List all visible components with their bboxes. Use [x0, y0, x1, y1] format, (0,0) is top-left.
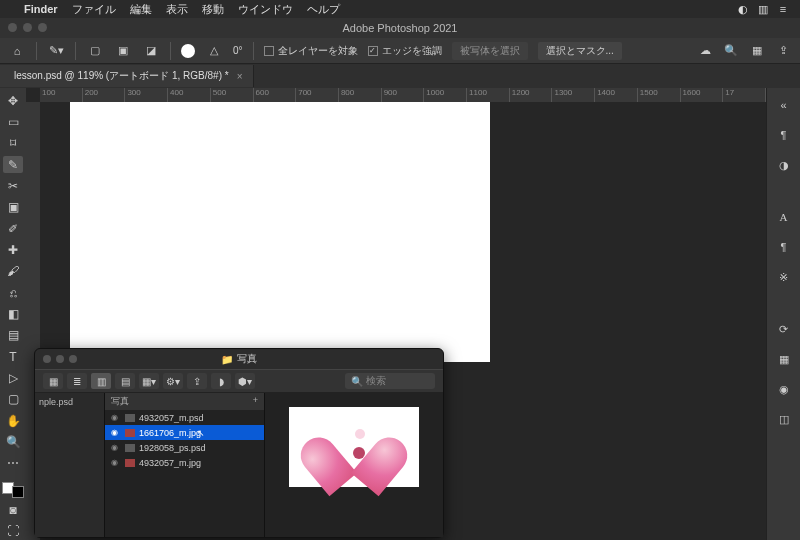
view-columns[interactable]: ▥ — [91, 373, 111, 389]
search-placeholder: 検索 — [366, 374, 386, 388]
tags-button[interactable]: ◗ — [211, 373, 231, 389]
all-layers-checkbox[interactable]: 全レイヤーを対象 — [264, 44, 358, 58]
brush-swatch[interactable] — [181, 44, 195, 58]
angle-icon[interactable]: △ — [205, 42, 223, 60]
finder-window[interactable]: 📁 写真 ▦ ≣ ▥ ▤ ▦▾ ⚙▾ ⇪ ◗ ⬢▾ 🔍 検索 nple.psd … — [34, 348, 444, 538]
home-icon[interactable]: ⌂ — [8, 42, 26, 60]
traffic-lights[interactable] — [8, 23, 47, 32]
select-subject-button[interactable]: 被写体を選択 — [452, 42, 528, 60]
ruler-horizontal: 1002003004005006007008009001000110012001… — [40, 88, 766, 102]
add-icon[interactable]: + — [253, 395, 258, 408]
crop-tool[interactable]: ✂ — [3, 177, 23, 194]
column-header[interactable]: 写真+ — [105, 393, 264, 410]
eraser-tool[interactable]: ◧ — [3, 305, 23, 322]
tab-label: lesson.psd @ 119% (アートボード 1, RGB/8#) * — [14, 69, 229, 83]
preview-thumbnail[interactable] — [289, 407, 419, 487]
marquee-tool[interactable]: ▭ — [3, 113, 23, 130]
group-button[interactable]: ▦▾ — [139, 373, 159, 389]
finder-traffic-lights[interactable] — [43, 355, 77, 363]
view-list[interactable]: ≣ — [67, 373, 87, 389]
status-icon-2[interactable]: ▥ — [756, 2, 770, 16]
menu-file[interactable]: ファイル — [72, 2, 116, 17]
macos-menubar: Finder ファイル 編集 表示 移動 ウインドウ ヘルプ ◐ ▥ ≡ — [0, 0, 800, 18]
finder-search[interactable]: 🔍 検索 — [345, 373, 435, 389]
quick-select-tool[interactable]: ✎ — [3, 156, 23, 173]
finder-preview — [265, 393, 443, 537]
sidebar-item[interactable]: nple.psd — [39, 397, 100, 407]
brush-tool[interactable]: 🖌 — [3, 263, 23, 280]
status-icon-3[interactable]: ≡ — [776, 2, 790, 16]
file-row[interactable]: ◉4932057_m.psd — [105, 410, 264, 425]
add-selection-icon[interactable]: ▢ — [86, 42, 104, 60]
document-tabbar: lesson.psd @ 119% (アートボード 1, RGB/8#) * × — [0, 64, 800, 88]
paragraph-icon[interactable]: ¶ — [773, 236, 795, 258]
properties-icon[interactable]: ◑ — [773, 154, 795, 176]
share-icon[interactable]: ⇪ — [774, 42, 792, 60]
file-row[interactable]: ◉1928058_ps.psd — [105, 440, 264, 455]
more-tools[interactable]: ⋯ — [3, 455, 23, 472]
menu-edit[interactable]: 編集 — [130, 2, 152, 17]
adjustments-icon[interactable]: ⟳ — [773, 318, 795, 340]
panel-collapse-icon[interactable]: « — [773, 94, 795, 116]
menu-help[interactable]: ヘルプ — [307, 2, 340, 17]
eyedropper-tool[interactable]: ✐ — [3, 220, 23, 237]
file-row[interactable]: ◉1661706_m.jpg↖ — [105, 425, 264, 440]
color-swap[interactable] — [2, 482, 24, 498]
share-button[interactable]: ⇪ — [187, 373, 207, 389]
subtract-selection-icon[interactable]: ▣ — [114, 42, 132, 60]
workspace-icon[interactable]: ▦ — [748, 42, 766, 60]
select-and-mask-button[interactable]: 選択とマスク... — [538, 42, 622, 60]
finder-folder-icon: 📁 — [221, 354, 233, 365]
finder-title: 写真 — [237, 352, 257, 366]
search-icon: 🔍 — [351, 376, 363, 387]
dropbox-button[interactable]: ⬢▾ — [235, 373, 255, 389]
intersect-selection-icon[interactable]: ◪ — [142, 42, 160, 60]
finder-titlebar[interactable]: 📁 写真 — [35, 349, 443, 369]
libraries-icon[interactable]: ¶ — [773, 124, 795, 146]
options-bar: ⌂ ✎▾ ▢ ▣ ◪ △ 0° 全レイヤーを対象 エッジを強調 被写体を選択 選… — [0, 38, 800, 64]
lasso-tool[interactable]: ⌑ — [3, 135, 23, 152]
cursor-icon: ↖ — [197, 428, 205, 438]
shape-tool[interactable]: ▢ — [3, 391, 23, 408]
file-row[interactable]: ◉4932057_m.jpg — [105, 455, 264, 470]
menu-window[interactable]: ウインドウ — [238, 2, 293, 17]
close-tab-icon[interactable]: × — [237, 71, 243, 82]
tools-panel: ✥ ▭ ⌑ ✎ ✂ ▣ ✐ ✚ 🖌 ⎌ ◧ ▤ T ▷ ▢ ✋ 🔍 ⋯ ◙ ⛶ — [0, 88, 26, 540]
move-tool[interactable]: ✥ — [3, 92, 23, 109]
heart-flowers-image — [319, 417, 389, 477]
character-icon[interactable]: A — [773, 206, 795, 228]
view-icons[interactable]: ▦ — [43, 373, 63, 389]
swatches-icon[interactable]: ◉ — [773, 378, 795, 400]
hand-tool[interactable]: ✋ — [3, 412, 23, 429]
glyphs-icon[interactable]: ※ — [773, 266, 795, 288]
gradient-tool[interactable]: ▤ — [3, 327, 23, 344]
app-name[interactable]: Finder — [24, 3, 58, 15]
right-panels: « ¶ ◑ A ¶ ※ ⟳ ▦ ◉ ◫ — [766, 88, 800, 540]
angle-value[interactable]: 0° — [233, 45, 243, 56]
search-icon[interactable]: 🔍 — [722, 42, 740, 60]
action-button[interactable]: ⚙▾ — [163, 373, 183, 389]
artboard[interactable] — [70, 102, 490, 362]
status-icon-1[interactable]: ◐ — [736, 2, 750, 16]
view-gallery[interactable]: ▤ — [115, 373, 135, 389]
layers-icon[interactable]: ◫ — [773, 408, 795, 430]
healing-tool[interactable]: ✚ — [3, 241, 23, 258]
finder-sidebar[interactable]: nple.psd — [35, 393, 105, 537]
finder-file-list: 写真+ ◉4932057_m.psd ◉1661706_m.jpg↖ ◉1928… — [105, 393, 265, 537]
finder-toolbar: ▦ ≣ ▥ ▤ ▦▾ ⚙▾ ⇪ ◗ ⬢▾ 🔍 検索 — [35, 369, 443, 393]
window-titlebar: Adobe Photoshop 2021 — [0, 18, 800, 38]
cloud-icon[interactable]: ☁ — [696, 42, 714, 60]
menu-view[interactable]: 表示 — [166, 2, 188, 17]
styles-icon[interactable]: ▦ — [773, 348, 795, 370]
screenmode-tool[interactable]: ⛶ — [3, 523, 23, 540]
quickmask-tool[interactable]: ◙ — [3, 502, 23, 519]
document-tab[interactable]: lesson.psd @ 119% (アートボード 1, RGB/8#) * × — [0, 65, 254, 87]
zoom-tool[interactable]: 🔍 — [3, 433, 23, 450]
enhance-edge-checkbox[interactable]: エッジを強調 — [368, 44, 442, 58]
tool-preset-icon[interactable]: ✎▾ — [47, 42, 65, 60]
stamp-tool[interactable]: ⎌ — [3, 284, 23, 301]
path-tool[interactable]: ▷ — [3, 369, 23, 386]
frame-tool[interactable]: ▣ — [3, 199, 23, 216]
menu-go[interactable]: 移動 — [202, 2, 224, 17]
type-tool[interactable]: T — [3, 348, 23, 365]
